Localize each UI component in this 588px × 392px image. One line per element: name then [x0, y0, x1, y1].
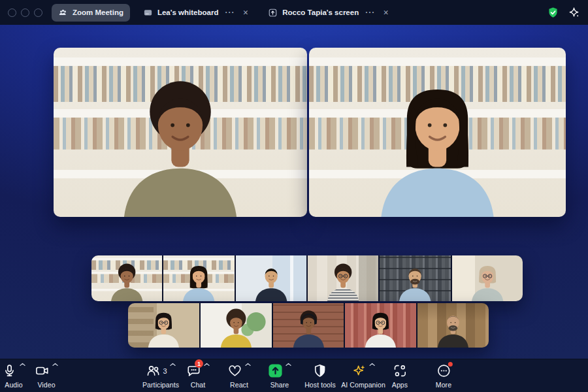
heart-icon: [227, 363, 242, 378]
meeting-toolbar: AudioVideo3Participants1ChatReactShareHo…: [0, 359, 588, 392]
chat-iconbox: 1: [186, 362, 210, 380]
host-shield-icon: [313, 363, 328, 378]
participant-video-man-beard-blue-shirt-dark-shelf[interactable]: [380, 255, 450, 301]
toolbar-audio-button[interactable]: Audio: [2, 362, 25, 389]
participant-avatar: [54, 69, 307, 217]
participant-video-man-bald-beard-black-tee-cafe[interactable]: [417, 303, 489, 348]
toolbar-chat-label: Chat: [191, 381, 206, 389]
tab-rocco-tapia-s-screen[interactable]: Rocco Tapia's screen···✕: [261, 4, 395, 22]
toolbar-react-button[interactable]: React: [227, 362, 251, 389]
participant-video-woman-glasses-laptop-red-wall[interactable]: [345, 303, 416, 348]
participant-avatar: [273, 307, 344, 348]
participant-avatar: [91, 260, 162, 301]
mic-icon: [2, 363, 17, 378]
toolbar-video-label: Video: [37, 381, 55, 389]
participant-video-woman-dark-curly-hair-olive-top[interactable]: [91, 255, 162, 301]
main-speaker-video-woman-long-dark-hair-denim-shirt[interactable]: [309, 48, 566, 217]
toolbar-participants-button[interactable]: 3Participants: [142, 362, 179, 389]
tab-menu-icon[interactable]: ···: [225, 8, 235, 17]
window-controls: [8, 8, 42, 17]
whiteboard-icon: [143, 8, 153, 18]
video-iconbox: [35, 362, 58, 380]
meeting-tabs: Zoom MeetingLea's whiteboard···✕Rocco Ta…: [52, 4, 395, 22]
tab-label: Zoom Meeting: [73, 8, 123, 16]
titlebar-right-icons: [547, 7, 580, 19]
toolbar-apps-button[interactable]: Apps: [392, 362, 408, 389]
participants-icon: [146, 363, 161, 378]
gallery-row-1: [91, 255, 523, 301]
tab-menu-icon[interactable]: ···: [365, 8, 375, 17]
toolbar-ai-companion-label: AI Companion: [341, 381, 385, 389]
apps-iconbox: [393, 362, 408, 380]
ai-companion-icon: [351, 363, 367, 378]
toolbar-more-button[interactable]: More: [436, 362, 451, 389]
gallery-row-2: [128, 303, 489, 348]
participant-video-woman-long-dark-hair-denim-shirt[interactable]: [163, 255, 234, 301]
toolbar-ai-companion-button[interactable]: AI Companion: [341, 362, 385, 389]
notification-dot: [448, 362, 452, 367]
toolbar-more-label: More: [436, 381, 451, 389]
tab-zoom-meeting[interactable]: Zoom Meeting: [52, 4, 130, 22]
participant-video-woman-bob-glasses-cream-top[interactable]: [128, 303, 199, 348]
toolbar-host-tools-label: Host tools: [304, 381, 336, 389]
tab-label: Rocco Tapia's screen: [282, 8, 359, 16]
participant-avatar: [163, 260, 234, 301]
participant-avatar: [309, 69, 566, 217]
toolbar-host-tools-button[interactable]: Host tools: [304, 362, 336, 389]
more-iconbox: [436, 362, 451, 380]
participant-video-woman-curly-hair-glasses-striped-top[interactable]: [308, 255, 378, 301]
unread-badge: 1: [195, 359, 203, 368]
window-close-button[interactable]: [8, 8, 16, 17]
participant-avatar: [345, 307, 416, 348]
window-titlebar: Zoom MeetingLea's whiteboard···✕Rocco Ta…: [0, 0, 588, 25]
tab-close-icon[interactable]: ✕: [383, 8, 389, 16]
toolbar-share-button[interactable]: Share: [268, 362, 291, 389]
toolbar-video-button[interactable]: Video: [35, 362, 58, 389]
react-iconbox: [227, 362, 251, 380]
toolbar-react-label: React: [230, 381, 248, 389]
window-zoom-button[interactable]: [34, 8, 42, 17]
tab-label: Lea's whiteboard: [157, 8, 218, 16]
participant-video-older-woman-glasses-light-room[interactable]: [452, 255, 523, 301]
ai-companion-iconbox: [351, 362, 375, 380]
participant-avatar: [128, 307, 199, 348]
toolbar-chat-button[interactable]: 1Chat: [186, 362, 210, 389]
toolbar-apps-label: Apps: [392, 381, 408, 389]
participants-iconbox: 3: [146, 362, 175, 380]
window-minimize-button[interactable]: [21, 8, 29, 17]
meeting-icon: [58, 8, 68, 18]
apps-icon: [393, 363, 408, 378]
share-icon: [268, 363, 283, 378]
tab-close-icon[interactable]: ✕: [242, 8, 248, 16]
participant-video-man-dark-suit-office-window[interactable]: [236, 255, 306, 301]
main-speaker-video-woman-dark-curly-hair-olive-top[interactable]: [54, 48, 307, 217]
camera-icon: [35, 363, 50, 378]
participant-video-woman-headphones-navy-top-brick[interactable]: [273, 303, 344, 348]
screen-share-icon: [268, 8, 278, 18]
toolbar-share-label: Share: [270, 381, 289, 389]
toolbar-audio-label: Audio: [5, 381, 22, 389]
audio-iconbox: [2, 362, 25, 380]
participant-avatar: [201, 307, 272, 348]
participant-count: 3: [163, 367, 167, 375]
participant-avatar: [452, 260, 523, 301]
participant-avatar: [236, 260, 306, 301]
participant-avatar: [308, 260, 378, 301]
ai-sparkle-icon[interactable]: [568, 7, 580, 19]
tab-lea-s-whiteboard[interactable]: Lea's whiteboard···✕: [137, 4, 255, 22]
host-tools-iconbox: [313, 362, 328, 380]
share-iconbox: [268, 362, 291, 380]
participant-video-woman-afro-yellow-top-plants[interactable]: [201, 303, 272, 348]
participant-avatar: [417, 307, 489, 348]
toolbar-participants-label: Participants: [142, 381, 179, 389]
participant-avatar: [380, 260, 450, 301]
security-shield-icon[interactable]: [547, 7, 559, 19]
